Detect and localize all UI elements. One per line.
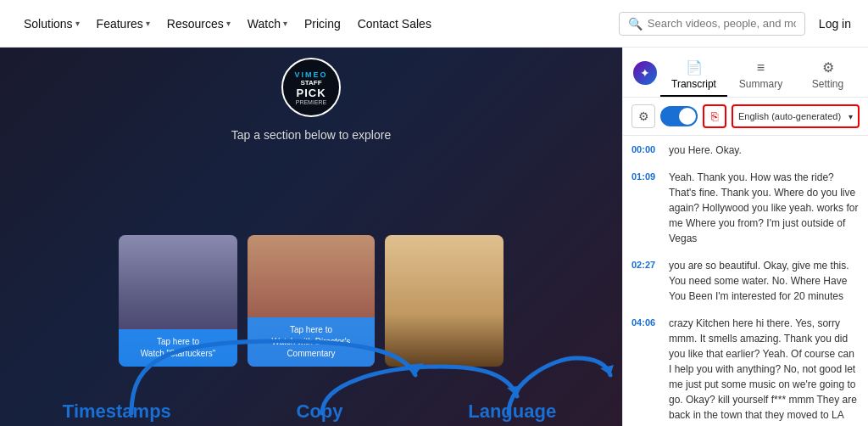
staff-pick-badge: VIMEO STAFF PICK PREMIERE bbox=[281, 58, 341, 117]
nav-features[interactable]: Features ▾ bbox=[90, 12, 157, 36]
timestamp-2[interactable]: 02:27 bbox=[632, 258, 662, 304]
nav-watch[interactable]: Watch ▾ bbox=[241, 12, 294, 36]
chevron-down-icon: ▾ bbox=[146, 19, 150, 28]
video-area: VIMEO STAFF PICK PREMIERE Tap a section … bbox=[0, 48, 622, 426]
navbar: Solutions ▾ Features ▾ Resources ▾ Watch… bbox=[0, 0, 868, 48]
right-panel: ✦ 📄 Transcript ≡ Summary ⚙ Setting ⚙ ⎘ E… bbox=[622, 48, 868, 426]
transcript-entry-3: 04:06 crazy Kitchen here hi there. Yes, … bbox=[632, 316, 860, 426]
copy-button[interactable]: ⎘ bbox=[703, 104, 726, 128]
settings-gear-button[interactable]: ⚙ bbox=[632, 104, 655, 128]
nav-pricing[interactable]: Pricing bbox=[298, 12, 348, 36]
chevron-down-icon: ▾ bbox=[849, 112, 853, 121]
card-3-image bbox=[385, 235, 504, 367]
panel-tabs: ✦ 📄 Transcript ≡ Summary ⚙ Setting bbox=[623, 48, 868, 98]
tab-transcript-label: Transcript bbox=[671, 78, 716, 90]
timestamp-1[interactable]: 01:09 bbox=[632, 170, 662, 246]
nav-contact-label: Contact Sales bbox=[358, 17, 431, 31]
transcript-body[interactable]: 00:00 you Here. Okay. 01:09 Yeah. Thank … bbox=[623, 136, 868, 426]
card-1-label: Tap here toWatch "Starfuckers" bbox=[119, 329, 237, 367]
transcript-entry-2: 02:27 you are so beautiful. Okay, give m… bbox=[632, 258, 860, 304]
timestamps-toggle[interactable] bbox=[660, 106, 698, 126]
login-button[interactable]: Log in bbox=[819, 17, 851, 31]
transcript-text-3: crazy Kitchen here hi there. Yes, sorry … bbox=[669, 316, 860, 426]
language-select[interactable]: English (auto-generated) ▾ bbox=[732, 104, 860, 128]
ai-icon: ✦ bbox=[633, 61, 657, 85]
tab-summary-label: Summary bbox=[739, 78, 782, 90]
search-icon: 🔍 bbox=[628, 17, 643, 31]
nav-pricing-label: Pricing bbox=[304, 17, 341, 31]
nav-resources[interactable]: Resources ▾ bbox=[160, 12, 237, 36]
transcript-text-0: you Here. Okay. bbox=[669, 143, 742, 158]
tap-section-text: Tap a section below to explore bbox=[231, 128, 391, 142]
transcript-icon: 📄 bbox=[686, 59, 703, 76]
nav-watch-label: Watch bbox=[248, 17, 281, 31]
premiere-label: PREMIERE bbox=[296, 99, 327, 105]
card-directors-commentary[interactable]: Tap here toWatch with Director'sCommenta… bbox=[248, 235, 375, 367]
setting-icon: ⚙ bbox=[822, 59, 834, 76]
nav-resources-label: Resources bbox=[167, 17, 224, 31]
transcript-text-2: you are so beautiful. Okay, give me this… bbox=[669, 258, 860, 304]
chevron-down-icon: ▾ bbox=[226, 19, 231, 28]
search-box[interactable]: 🔍 bbox=[619, 12, 805, 36]
card-starfuckers[interactable]: Tap here toWatch "Starfuckers" bbox=[119, 235, 237, 367]
tab-summary[interactable]: ≡ Summary bbox=[727, 55, 794, 97]
chevron-down-icon: ▾ bbox=[283, 19, 287, 28]
nav-solutions-label: Solutions bbox=[24, 17, 73, 31]
tab-setting[interactable]: ⚙ Setting bbox=[794, 54, 861, 97]
main-content: VIMEO STAFF PICK PREMIERE Tap a section … bbox=[0, 48, 868, 426]
tab-setting-label: Setting bbox=[812, 78, 843, 90]
summary-icon: ≡ bbox=[757, 60, 765, 76]
vimeo-logo: VIMEO bbox=[294, 70, 327, 79]
timestamp-3[interactable]: 04:06 bbox=[632, 316, 662, 426]
card-2-label: Tap here toWatch with Director'sCommenta… bbox=[248, 317, 375, 367]
nav-features-label: Features bbox=[97, 17, 143, 31]
language-value: English (auto-generated) bbox=[738, 111, 841, 121]
card-person[interactable] bbox=[385, 235, 504, 367]
timestamp-0[interactable]: 00:00 bbox=[632, 143, 662, 158]
search-input[interactable] bbox=[648, 17, 796, 30]
pick-label: PICK bbox=[296, 87, 326, 99]
thumbnail-cards: Tap here toWatch "Starfuckers" Tap here … bbox=[119, 235, 504, 367]
transcript-entry-0: 00:00 you Here. Okay. bbox=[632, 143, 860, 158]
transcript-text-1: Yeah. Thank you. How was the ride? That'… bbox=[669, 170, 860, 246]
transcript-entry-1: 01:09 Yeah. Thank you. How was the ride?… bbox=[632, 170, 860, 246]
chevron-down-icon: ▾ bbox=[75, 19, 80, 28]
staff-label: STAFF bbox=[300, 79, 321, 87]
nav-contact[interactable]: Contact Sales bbox=[351, 12, 438, 36]
nav-solutions[interactable]: Solutions ▾ bbox=[17, 12, 86, 36]
panel-toolbar: ⚙ ⎘ English (auto-generated) ▾ bbox=[623, 98, 868, 136]
tab-transcript[interactable]: 📄 Transcript bbox=[660, 54, 727, 97]
